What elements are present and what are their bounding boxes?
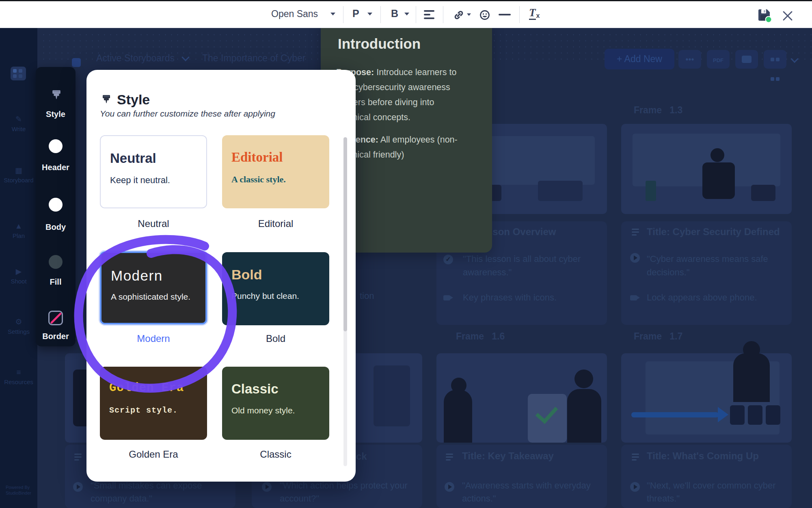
frame-caption-card: Title: Cyber Security Defined "Cyber awa… [621, 221, 792, 325]
clipped-caption-fragment: tion [360, 291, 374, 301]
more-options-button[interactable]: ••• [678, 50, 701, 69]
style-card-golden-era[interactable]: Golden Era Script style. [100, 367, 207, 440]
font-caret-icon[interactable] [330, 13, 335, 15]
shoot-icon: ▶ [0, 267, 37, 276]
emoji-icon[interactable] [479, 9, 490, 21]
panel-item-body[interactable]: Body [36, 223, 76, 232]
link-caret-icon[interactable] [467, 13, 471, 16]
video-icon [630, 295, 637, 300]
panel-item-fill[interactable]: Fill [36, 277, 76, 287]
app-sidebar: ✎ Write ▦ Storyboard ▲ Plan ▶ Shoot ⚙ Se… [0, 28, 37, 508]
header-color-swatch[interactable] [49, 139, 63, 153]
check-icon: ✓ [443, 255, 453, 264]
modal-subtitle: You can further customize these after ap… [100, 109, 275, 119]
play-icon [262, 482, 272, 492]
selected-style-label: Modern [100, 333, 207, 344]
play-icon [73, 482, 83, 492]
frame-label: Frame 1.3 [634, 105, 682, 116]
collection-dropdown[interactable]: Active Storyboards [96, 53, 175, 64]
fill-color-swatch[interactable] [49, 255, 63, 269]
image-view-button[interactable] [735, 50, 758, 69]
hamburger-icon [74, 454, 82, 462]
border-swatch[interactable] [48, 311, 63, 325]
bold-caret-icon[interactable] [404, 13, 409, 15]
hamburger-icon [446, 454, 453, 462]
clear-formatting-button[interactable]: Tx [529, 8, 539, 18]
app-logo [11, 67, 26, 80]
style-card-bold[interactable]: Bold Punchy but clean. [222, 252, 329, 325]
close-icon[interactable] [782, 10, 793, 22]
sidebar-item-settings[interactable]: ⚙ Settings [0, 318, 37, 335]
body-color-swatch[interactable] [49, 198, 63, 212]
paragraph-style-button[interactable]: P [352, 8, 359, 19]
frame-illustration[interactable] [621, 353, 792, 443]
sidebar-item-write[interactable]: ✎ Write [0, 115, 37, 132]
progress-arrow [631, 412, 719, 417]
link-icon[interactable] [453, 9, 464, 21]
frame-label: Frame 1.7 [634, 331, 682, 342]
save-icon[interactable] [756, 7, 772, 23]
app-window: ✎ Write ▦ Storyboard ▲ Plan ▶ Shoot ⚙ Se… [0, 0, 812, 508]
style-card-modern[interactable]: Modern A sophisticated style. [100, 251, 207, 324]
layout-grid-button[interactable] [764, 50, 786, 69]
frame-illustration[interactable] [621, 124, 792, 214]
style-tools-panel: Style Header Body Fill Border [36, 67, 76, 346]
sidebar-item-plan[interactable]: ▲ Plan [0, 222, 37, 239]
panel-item-style[interactable]: Style [36, 110, 76, 119]
video-icon [443, 295, 450, 300]
play-icon [630, 253, 640, 263]
plan-icon: ▲ [0, 222, 37, 231]
style-card-neutral[interactable]: Neutral Keep it neutral. [100, 135, 207, 208]
add-new-button[interactable]: + Add New [605, 49, 674, 69]
font-family-select[interactable]: Open Sans [271, 9, 318, 19]
sidebar-item-storyboard[interactable]: ▦ Storyboard [0, 166, 37, 184]
resources-icon: ≡ [0, 368, 37, 377]
text-toolbar: Open Sans P B [0, 1, 812, 28]
frame-caption-card: Title: What's Coming Up "Next, we'll cov… [621, 445, 792, 508]
settings-icon: ⚙ [0, 318, 37, 326]
intro-title: Introduction [338, 36, 421, 52]
bold-button[interactable]: B [391, 8, 398, 19]
document-title: The Importance of Cyber [202, 53, 305, 64]
panel-item-border[interactable]: Border [36, 332, 76, 341]
powered-by: Powered By StudioBinder [6, 484, 31, 496]
play-icon [630, 482, 640, 492]
sidebar-item-shoot[interactable]: ▶ Shoot [0, 267, 37, 285]
export-pdf-button[interactable]: PDF [707, 50, 730, 69]
style-card-editorial[interactable]: Editorial A classic style. [222, 135, 329, 208]
modal-scrollbar-thumb[interactable] [343, 137, 347, 331]
style-modal: Style You can further customize these af… [86, 70, 356, 482]
horizontal-rule-button[interactable] [499, 14, 511, 15]
paintbrush-icon [102, 94, 111, 104]
frame-illustration[interactable] [436, 353, 607, 443]
hamburger-icon [632, 229, 639, 237]
paintbrush-icon [51, 89, 62, 100]
board-color-swatch [72, 58, 81, 67]
style-card-classic[interactable]: Classic Old money style. [222, 367, 329, 440]
storyboard-icon: ▦ [0, 166, 37, 175]
frame-caption-card: Title: Key Takeaway "Awareness starts wi… [436, 445, 607, 508]
modal-title: Style [117, 92, 150, 108]
panel-item-header[interactable]: Header [36, 163, 76, 172]
image-icon [742, 56, 752, 63]
sidebar-item-resources[interactable]: ≡ Resources [0, 368, 37, 385]
hamburger-icon [632, 454, 639, 462]
write-icon: ✎ [0, 115, 37, 124]
paragraph-caret-icon[interactable] [367, 13, 372, 15]
frame-label: Frame 1.6 [456, 331, 505, 342]
play-icon [445, 482, 454, 492]
